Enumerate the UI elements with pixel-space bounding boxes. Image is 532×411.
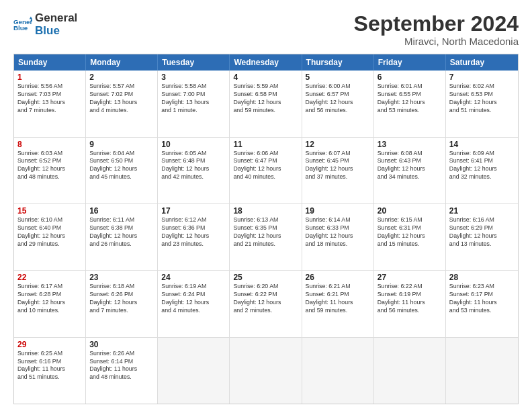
day-number: 24 — [161, 273, 226, 282]
day-number: 11 — [233, 140, 298, 149]
calendar-cell-28: 28Sunrise: 6:23 AM Sunset: 6:17 PM Dayli… — [446, 271, 518, 336]
day-number: 26 — [306, 273, 370, 282]
logo-line2: Blue — [35, 25, 77, 38]
calendar-body: 1Sunrise: 5:56 AM Sunset: 7:03 PM Daylig… — [14, 71, 518, 404]
calendar-cell-19: 19Sunrise: 6:14 AM Sunset: 6:33 PM Dayli… — [302, 204, 374, 270]
day-header-wednesday: Wednesday — [230, 54, 302, 71]
calendar-cell-9: 9Sunrise: 6:04 AM Sunset: 6:50 PM Daylig… — [86, 138, 158, 203]
day-number: 25 — [233, 273, 298, 282]
cell-info: Sunrise: 6:25 AM Sunset: 6:16 PM Dayligh… — [17, 350, 82, 382]
day-number: 28 — [449, 273, 515, 282]
calendar-cell-empty — [230, 338, 302, 404]
cell-info: Sunrise: 6:21 AM Sunset: 6:21 PM Dayligh… — [306, 283, 370, 315]
calendar: SundayMondayTuesdayWednesdayThursdayFrid… — [13, 54, 519, 404]
day-number: 22 — [17, 273, 82, 282]
calendar-cell-1: 1Sunrise: 5:56 AM Sunset: 7:03 PM Daylig… — [14, 71, 86, 136]
cell-info: Sunrise: 6:22 AM Sunset: 6:19 PM Dayligh… — [378, 283, 442, 315]
day-number: 2 — [89, 73, 154, 82]
calendar-cell-6: 6Sunrise: 6:01 AM Sunset: 6:55 PM Daylig… — [374, 71, 446, 136]
cell-info: Sunrise: 5:56 AM Sunset: 7:03 PM Dayligh… — [17, 83, 82, 115]
calendar-cell-30: 30Sunrise: 6:26 AM Sunset: 6:14 PM Dayli… — [86, 338, 158, 404]
cell-info: Sunrise: 6:17 AM Sunset: 6:28 PM Dayligh… — [17, 283, 82, 315]
cell-info: Sunrise: 6:11 AM Sunset: 6:38 PM Dayligh… — [89, 216, 154, 248]
cell-info: Sunrise: 6:16 AM Sunset: 6:29 PM Dayligh… — [449, 216, 515, 248]
day-number: 8 — [17, 140, 82, 149]
day-number: 17 — [161, 206, 226, 216]
day-header-sunday: Sunday — [14, 54, 86, 71]
day-header-saturday: Saturday — [446, 54, 518, 71]
cell-info: Sunrise: 6:09 AM Sunset: 6:41 PM Dayligh… — [449, 150, 515, 182]
calendar-cell-13: 13Sunrise: 6:08 AM Sunset: 6:43 PM Dayli… — [374, 138, 446, 203]
day-header-friday: Friday — [374, 54, 446, 71]
cell-info: Sunrise: 6:05 AM Sunset: 6:48 PM Dayligh… — [161, 150, 226, 182]
header: General Blue General Blue September 2024… — [13, 12, 519, 47]
day-number: 6 — [378, 73, 442, 82]
day-number: 29 — [17, 340, 82, 349]
calendar-cell-14: 14Sunrise: 6:09 AM Sunset: 6:41 PM Dayli… — [446, 138, 518, 203]
calendar-cell-21: 21Sunrise: 6:16 AM Sunset: 6:29 PM Dayli… — [446, 204, 518, 270]
calendar-cell-24: 24Sunrise: 6:19 AM Sunset: 6:24 PM Dayli… — [158, 271, 230, 336]
svg-text:Blue: Blue — [13, 24, 28, 32]
calendar-cell-27: 27Sunrise: 6:22 AM Sunset: 6:19 PM Dayli… — [374, 271, 446, 336]
cell-info: Sunrise: 6:18 AM Sunset: 6:26 PM Dayligh… — [89, 283, 154, 315]
calendar-header: SundayMondayTuesdayWednesdayThursdayFrid… — [14, 54, 518, 71]
day-number: 16 — [89, 206, 154, 216]
day-number: 27 — [378, 273, 442, 282]
calendar-cell-7: 7Sunrise: 6:02 AM Sunset: 6:53 PM Daylig… — [446, 71, 518, 136]
cell-info: Sunrise: 6:26 AM Sunset: 6:14 PM Dayligh… — [89, 350, 154, 382]
cell-info: Sunrise: 5:57 AM Sunset: 7:02 PM Dayligh… — [89, 83, 154, 115]
cell-info: Sunrise: 6:08 AM Sunset: 6:43 PM Dayligh… — [378, 150, 442, 182]
calendar-row-1: 1Sunrise: 5:56 AM Sunset: 7:03 PM Daylig… — [14, 71, 518, 136]
cell-info: Sunrise: 6:15 AM Sunset: 6:31 PM Dayligh… — [378, 216, 442, 248]
calendar-row-2: 8Sunrise: 6:03 AM Sunset: 6:52 PM Daylig… — [14, 137, 518, 203]
day-number: 5 — [306, 73, 370, 82]
day-number: 9 — [89, 140, 154, 149]
calendar-cell-15: 15Sunrise: 6:10 AM Sunset: 6:40 PM Dayli… — [14, 204, 86, 270]
month-title: September 2024 — [354, 12, 519, 36]
cell-info: Sunrise: 6:12 AM Sunset: 6:36 PM Dayligh… — [161, 216, 226, 248]
day-number: 21 — [449, 206, 515, 216]
logo: General Blue General Blue — [13, 12, 77, 37]
calendar-row-4: 22Sunrise: 6:17 AM Sunset: 6:28 PM Dayli… — [14, 270, 518, 336]
day-number: 4 — [233, 73, 298, 82]
calendar-cell-20: 20Sunrise: 6:15 AM Sunset: 6:31 PM Dayli… — [374, 204, 446, 270]
day-number: 1 — [17, 73, 82, 82]
calendar-row-3: 15Sunrise: 6:10 AM Sunset: 6:40 PM Dayli… — [14, 203, 518, 270]
calendar-cell-5: 5Sunrise: 6:00 AM Sunset: 6:57 PM Daylig… — [302, 71, 374, 136]
day-number: 12 — [306, 140, 370, 149]
day-number: 19 — [306, 206, 370, 216]
day-number: 15 — [17, 206, 82, 216]
day-number: 14 — [449, 140, 515, 149]
cell-info: Sunrise: 6:04 AM Sunset: 6:50 PM Dayligh… — [89, 150, 154, 182]
cell-info: Sunrise: 6:07 AM Sunset: 6:45 PM Dayligh… — [306, 150, 370, 182]
calendar-cell-22: 22Sunrise: 6:17 AM Sunset: 6:28 PM Dayli… — [14, 271, 86, 336]
day-number: 13 — [378, 140, 442, 149]
calendar-cell-18: 18Sunrise: 6:13 AM Sunset: 6:35 PM Dayli… — [230, 204, 302, 270]
cell-info: Sunrise: 6:00 AM Sunset: 6:57 PM Dayligh… — [306, 83, 370, 115]
cell-info: Sunrise: 6:10 AM Sunset: 6:40 PM Dayligh… — [17, 216, 82, 248]
cell-info: Sunrise: 6:20 AM Sunset: 6:22 PM Dayligh… — [233, 283, 298, 315]
title-block: September 2024 Miravci, North Macedonia — [354, 12, 519, 47]
cell-info: Sunrise: 6:23 AM Sunset: 6:17 PM Dayligh… — [449, 283, 515, 315]
calendar-cell-empty — [446, 338, 518, 404]
calendar-cell-17: 17Sunrise: 6:12 AM Sunset: 6:36 PM Dayli… — [158, 204, 230, 270]
calendar-cell-25: 25Sunrise: 6:20 AM Sunset: 6:22 PM Dayli… — [230, 271, 302, 336]
calendar-cell-10: 10Sunrise: 6:05 AM Sunset: 6:48 PM Dayli… — [158, 138, 230, 203]
calendar-cell-empty — [374, 338, 446, 404]
calendar-cell-empty — [302, 338, 374, 404]
calendar-cell-8: 8Sunrise: 6:03 AM Sunset: 6:52 PM Daylig… — [14, 138, 86, 203]
cell-info: Sunrise: 5:58 AM Sunset: 7:00 PM Dayligh… — [161, 83, 226, 115]
cell-info: Sunrise: 6:03 AM Sunset: 6:52 PM Dayligh… — [17, 150, 82, 182]
day-number: 30 — [89, 340, 154, 349]
calendar-cell-4: 4Sunrise: 5:59 AM Sunset: 6:58 PM Daylig… — [230, 71, 302, 136]
cell-info: Sunrise: 5:59 AM Sunset: 6:58 PM Dayligh… — [233, 83, 298, 115]
calendar-cell-23: 23Sunrise: 6:18 AM Sunset: 6:26 PM Dayli… — [86, 271, 158, 336]
calendar-cell-16: 16Sunrise: 6:11 AM Sunset: 6:38 PM Dayli… — [86, 204, 158, 270]
page: General Blue General Blue September 2024… — [0, 0, 532, 411]
cell-info: Sunrise: 6:19 AM Sunset: 6:24 PM Dayligh… — [161, 283, 226, 315]
day-header-monday: Monday — [86, 54, 158, 71]
day-number: 3 — [161, 73, 226, 82]
calendar-row-5: 29Sunrise: 6:25 AM Sunset: 6:16 PM Dayli… — [14, 337, 518, 404]
cell-info: Sunrise: 6:02 AM Sunset: 6:53 PM Dayligh… — [449, 83, 515, 115]
day-number: 10 — [161, 140, 226, 149]
